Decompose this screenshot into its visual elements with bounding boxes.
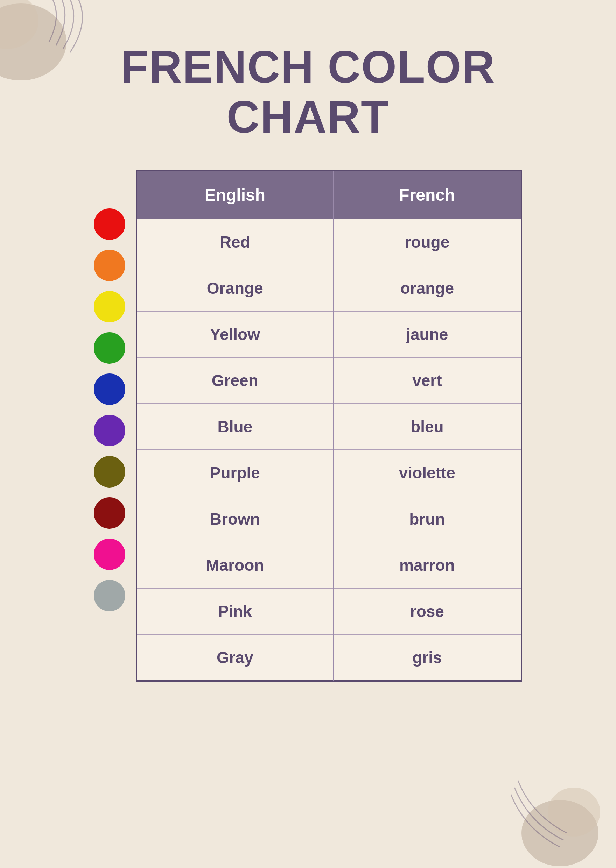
- blob-top-left: [0, 0, 91, 91]
- table-row: Bluebleu: [137, 404, 521, 450]
- color-dot-brown: [94, 456, 125, 487]
- table-row: Graygris: [137, 635, 521, 680]
- svg-point-3: [548, 788, 600, 837]
- cell-english-brown: Brown: [137, 496, 333, 542]
- cell-english-pink: Pink: [137, 588, 333, 635]
- color-dot-blue: [94, 373, 125, 405]
- title-line1: FRENCH COLOR: [120, 41, 495, 92]
- cell-english-gray: Gray: [137, 635, 333, 680]
- cell-english-green: Green: [137, 357, 333, 404]
- table-row: Orangeorange: [137, 265, 521, 311]
- color-dot-pink: [94, 539, 125, 570]
- cell-french-gray: gris: [333, 635, 521, 680]
- col-header-english: English: [137, 171, 333, 219]
- table-header-row: English French: [137, 171, 521, 219]
- color-dot-purple: [94, 415, 125, 446]
- color-dot-gray: [94, 580, 125, 611]
- table-row: Greenvert: [137, 357, 521, 404]
- table-row: Pinkrose: [137, 588, 521, 635]
- page-title: FRENCH COLOR CHART: [0, 0, 616, 170]
- cell-french-orange: orange: [333, 265, 521, 311]
- table-row: Redrouge: [137, 219, 521, 265]
- table-row: Purpleviolette: [137, 450, 521, 496]
- cell-french-yellow: jaune: [333, 311, 521, 357]
- cell-french-blue: bleu: [333, 404, 521, 450]
- cell-english-blue: Blue: [137, 404, 333, 450]
- cell-french-pink: rose: [333, 588, 521, 635]
- color-dot-yellow: [94, 291, 125, 323]
- cell-english-red: Red: [137, 219, 333, 265]
- color-dot-red: [94, 208, 125, 240]
- cell-english-maroon: Maroon: [137, 542, 333, 588]
- cell-english-orange: Orange: [137, 265, 333, 311]
- cell-french-green: vert: [333, 357, 521, 404]
- color-dot-orange: [94, 250, 125, 281]
- color-dots-column: [94, 208, 125, 621]
- blob-bottom-right: [511, 763, 602, 868]
- cell-french-red: rouge: [333, 219, 521, 265]
- table-row: Maroonmarron: [137, 542, 521, 588]
- color-dot-maroon: [94, 497, 125, 529]
- color-table: English French RedrougeOrangeorangeYello…: [137, 171, 522, 681]
- cell-french-purple: violette: [333, 450, 521, 496]
- table-row: Yellowjaune: [137, 311, 521, 357]
- content-area: English French RedrougeOrangeorangeYello…: [0, 170, 616, 682]
- color-dot-green: [94, 332, 125, 364]
- cell-english-purple: Purple: [137, 450, 333, 496]
- table-row: Brownbrun: [137, 496, 521, 542]
- cell-english-yellow: Yellow: [137, 311, 333, 357]
- color-table-wrapper: English French RedrougeOrangeorangeYello…: [136, 170, 522, 682]
- cell-french-maroon: marron: [333, 542, 521, 588]
- cell-french-brown: brun: [333, 496, 521, 542]
- title-line2: CHART: [227, 91, 390, 143]
- col-header-french: French: [333, 171, 521, 219]
